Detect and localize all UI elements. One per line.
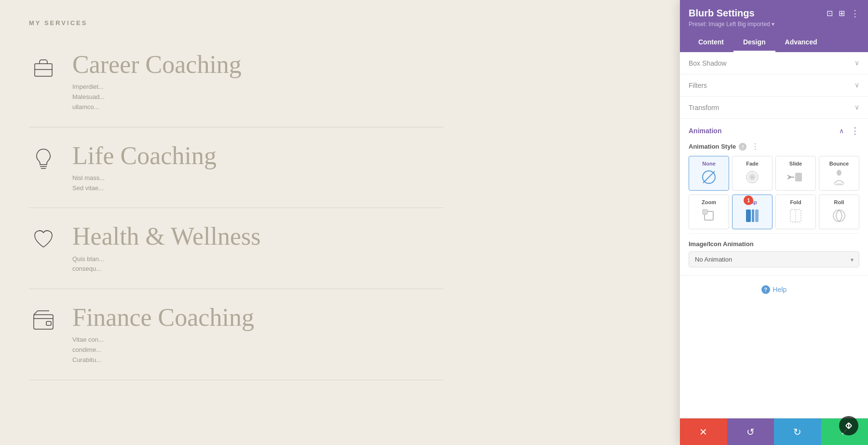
flip-icon bbox=[744, 207, 761, 224]
undo-button[interactable]: ↺ bbox=[727, 418, 774, 445]
service-finance-text: Finance Coaching Vitae con...condime...C… bbox=[72, 304, 444, 365]
animation-style-help[interactable]: ? bbox=[739, 143, 746, 151]
fade-icon bbox=[744, 168, 761, 186]
anim-zoom-label: Zoom bbox=[702, 199, 716, 205]
lightbulb-icon bbox=[29, 144, 58, 173]
none-icon bbox=[700, 168, 718, 186]
fold-icon bbox=[787, 207, 804, 224]
animation-content: Animation Style ? ⋮ None Fade bbox=[680, 136, 868, 275]
svg-rect-0 bbox=[35, 64, 52, 76]
box-shadow-chevron: ∨ bbox=[854, 59, 859, 67]
panel-header: Blurb Settings ⊡ ⊞ ⋮ Preset: Image Left … bbox=[680, 0, 868, 52]
anim-zoom[interactable]: Zoom bbox=[689, 195, 729, 229]
anim-bounce-label: Bounce bbox=[829, 161, 849, 167]
service-life-text: Life Coaching Nisl mass...Sed vitae... bbox=[72, 142, 444, 194]
service-finance-title: Finance Coaching bbox=[72, 304, 444, 331]
transform-chevron: ∨ bbox=[854, 103, 859, 111]
anim-none[interactable]: None bbox=[689, 156, 729, 191]
image-anim-label: Image/Icon Animation bbox=[689, 240, 859, 248]
svg-rect-12 bbox=[703, 209, 707, 214]
service-health-title: Health & Wellness bbox=[72, 222, 444, 250]
anim-slide-label: Slide bbox=[789, 161, 802, 167]
anim-fade-label: Fade bbox=[746, 161, 759, 167]
anim-none-label: None bbox=[702, 161, 716, 167]
redo-button[interactable]: ↻ bbox=[774, 418, 821, 445]
panel-body: Box Shadow ∨ Filters ∨ Transform ∨ Anima… bbox=[680, 52, 868, 418]
service-life-title: Life Coaching bbox=[72, 142, 444, 169]
panel-tabs: Content Design Advanced bbox=[689, 33, 859, 52]
section-title: MY SERVICES bbox=[29, 19, 444, 27]
list-item: Health & Wellness Quis blan...consequ... bbox=[29, 208, 444, 289]
svg-point-6 bbox=[746, 171, 758, 183]
flip-badge-container: 1 Flip bbox=[747, 199, 757, 207]
tab-content[interactable]: Content bbox=[689, 33, 733, 52]
bounce-icon bbox=[830, 168, 848, 186]
drag-handle[interactable] bbox=[839, 416, 858, 435]
svg-rect-13 bbox=[746, 209, 751, 222]
more-options-icon[interactable]: ⋮ bbox=[851, 8, 859, 19]
image-anim-select[interactable]: No Animation Pulse Flash Bounce bbox=[689, 251, 859, 267]
transform-label: Transform bbox=[689, 104, 719, 111]
animation-style-label: Animation Style bbox=[689, 143, 736, 150]
transform-section[interactable]: Transform ∨ bbox=[680, 97, 868, 119]
animation-section-header[interactable]: Animation ∧ ⋮ bbox=[680, 119, 868, 136]
help-link[interactable]: Help bbox=[773, 286, 787, 293]
animation-grid: None Fade bbox=[689, 156, 859, 191]
svg-rect-7 bbox=[795, 173, 802, 181]
help-row: ? Help bbox=[680, 275, 868, 304]
settings-panel: Blurb Settings ⊡ ⊞ ⋮ Preset: Image Left … bbox=[680, 0, 868, 445]
help-circle-icon: ? bbox=[761, 285, 770, 294]
svg-rect-15 bbox=[755, 209, 759, 222]
cancel-button[interactable]: ✕ bbox=[680, 418, 727, 445]
panel-preset: Preset: Image Left Big imported ▾ bbox=[689, 21, 859, 28]
box-shadow-label: Box Shadow bbox=[689, 59, 727, 67]
anim-fold[interactable]: Fold bbox=[775, 195, 816, 229]
anim-fade[interactable]: Fade bbox=[732, 156, 773, 191]
panel-title-icons: ⊡ ⊞ ⋮ bbox=[827, 8, 859, 19]
svg-point-17 bbox=[833, 210, 845, 222]
animation-grid-2: Zoom 1 Flip bbox=[689, 195, 859, 229]
animation-style-kebab[interactable]: ⋮ bbox=[751, 142, 759, 151]
panel-title: Blurb Settings bbox=[689, 8, 755, 19]
filters-label: Filters bbox=[689, 82, 707, 89]
anim-fold-label: Fold bbox=[790, 199, 801, 205]
main-content: MY SERVICES Career Coaching Imperdiet...… bbox=[0, 0, 473, 445]
image-anim-section: Image/Icon Animation No Animation Pulse … bbox=[689, 233, 859, 267]
columns-icon[interactable]: ⊞ bbox=[839, 9, 845, 18]
svg-rect-5 bbox=[46, 321, 51, 325]
svg-rect-4 bbox=[34, 315, 53, 329]
animation-chevron-up[interactable]: ∧ bbox=[839, 127, 844, 135]
service-career-text: Career Coaching Imperdiet...Malesuad...u… bbox=[72, 51, 444, 112]
service-health-text: Health & Wellness Quis blan...consequ... bbox=[72, 222, 444, 274]
roll-icon bbox=[830, 207, 848, 224]
svg-rect-14 bbox=[752, 209, 754, 222]
svg-point-10 bbox=[834, 183, 844, 185]
service-life-desc: Nisl mass...Sed vitae... bbox=[72, 173, 444, 194]
responsive-icon[interactable]: ⊡ bbox=[827, 9, 833, 18]
service-health-desc: Quis blan...consequ... bbox=[72, 254, 444, 275]
service-career-title: Career Coaching bbox=[72, 51, 444, 78]
slide-icon bbox=[787, 168, 804, 186]
animation-style-row: Animation Style ? ⋮ bbox=[689, 136, 859, 156]
anim-roll[interactable]: Roll bbox=[819, 195, 859, 229]
image-anim-select-wrapper: No Animation Pulse Flash Bounce bbox=[689, 251, 859, 267]
list-item: Life Coaching Nisl mass...Sed vitae... bbox=[29, 127, 444, 209]
filters-section[interactable]: Filters ∨ bbox=[680, 74, 868, 97]
briefcase-icon bbox=[29, 53, 58, 82]
zoom-icon bbox=[700, 207, 718, 224]
filters-chevron: ∨ bbox=[854, 81, 859, 89]
wallet-icon bbox=[29, 306, 58, 335]
animation-label: Animation bbox=[689, 127, 721, 135]
list-item: Finance Coaching Vitae con...condime...C… bbox=[29, 289, 444, 380]
anim-roll-label: Roll bbox=[834, 199, 844, 205]
service-finance-desc: Vitae con...condime...Curabitu... bbox=[72, 335, 444, 365]
tab-advanced[interactable]: Advanced bbox=[775, 33, 827, 52]
svg-point-9 bbox=[837, 170, 841, 176]
anim-slide[interactable]: Slide bbox=[775, 156, 816, 191]
anim-flip[interactable]: 1 Flip bbox=[732, 195, 773, 229]
animation-kebab[interactable]: ⋮ bbox=[851, 125, 859, 136]
tab-design[interactable]: Design bbox=[733, 33, 775, 52]
box-shadow-section[interactable]: Box Shadow ∨ bbox=[680, 52, 868, 74]
service-career-desc: Imperdiet...Malesuad...ullamco... bbox=[72, 82, 444, 112]
anim-bounce[interactable]: Bounce bbox=[819, 156, 859, 191]
